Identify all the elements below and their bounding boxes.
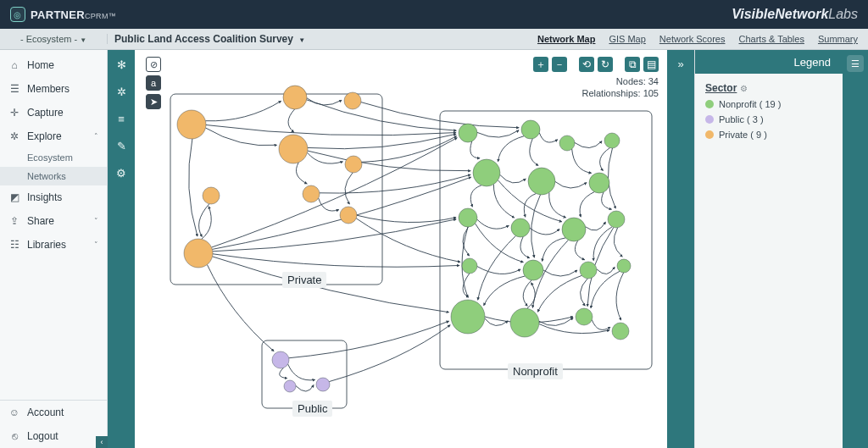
node-private[interactable]	[340, 207, 357, 224]
network-graph[interactable]	[135, 50, 665, 448]
tab-network-map[interactable]: Network Map	[537, 34, 595, 44]
tab-gis-map[interactable]: GIS Map	[609, 34, 645, 44]
recenter-button[interactable]: ⟲	[579, 57, 594, 72]
node-private[interactable]	[177, 110, 206, 139]
node-private[interactable]	[345, 156, 362, 173]
node-nonprofit[interactable]	[608, 211, 625, 228]
node-private[interactable]	[279, 135, 308, 163]
tool-tune-icon[interactable]: ✎	[112, 136, 131, 155]
node-nonprofit[interactable]	[511, 218, 530, 237]
zoom-out-button[interactable]: －	[552, 57, 567, 72]
legend-item[interactable]: Nonprofit ( 19 )	[705, 99, 832, 109]
node-nonprofit[interactable]	[510, 308, 539, 337]
stat-nodes: Nodes: 34	[581, 75, 659, 87]
sidebar-item-capture[interactable]: ✛Capture	[0, 101, 107, 124]
tool-settings-icon[interactable]: ⚙	[112, 163, 131, 182]
chevron-down-icon: ˅	[94, 217, 98, 225]
brand: ◎ PARTNERCPRM™	[10, 7, 116, 22]
logo-icon: ◎	[10, 7, 25, 22]
zoom-in-button[interactable]: ＋	[533, 57, 548, 72]
node-private[interactable]	[344, 92, 361, 109]
legend-item-label: Public ( 3 )	[719, 114, 764, 124]
node-nonprofit[interactable]	[459, 208, 477, 227]
legend-item[interactable]: Private ( 9 )	[705, 130, 832, 140]
node-nonprofit[interactable]	[580, 262, 597, 279]
node-nonprofit[interactable]	[559, 136, 575, 151]
sidebar-item-libraries[interactable]: ☷Libraries˅	[0, 233, 107, 257]
node-nonprofit[interactable]	[521, 120, 540, 139]
sidebar-sub-ecosystem[interactable]: Ecosystem	[0, 148, 107, 167]
node-nonprofit[interactable]	[612, 323, 629, 340]
sidebar-item-account[interactable]: ☺Account	[0, 401, 107, 424]
refresh-button[interactable]: ↻	[598, 57, 613, 72]
capture-icon: ✛	[8, 107, 20, 119]
group-label-private: Private	[282, 272, 326, 288]
network-canvas[interactable]: ⊘ a ➤ ＋ － ⟲ ↻ ⧉ ▤ Nodes: 34 Relationship…	[135, 50, 667, 448]
sidebar-item-share[interactable]: ⇪Share˅	[0, 209, 107, 233]
tool-cursor-icon[interactable]: ➤	[146, 94, 161, 109]
sidebar-item-members[interactable]: ☰Members	[0, 77, 107, 101]
node-private[interactable]	[184, 239, 213, 268]
group-label-public: Public	[292, 401, 332, 417]
tab-summary[interactable]: Summary	[818, 34, 858, 44]
node-nonprofit[interactable]	[528, 168, 555, 195]
node-nonprofit[interactable]	[589, 173, 609, 193]
right-rail-options-icon[interactable]: ☰	[847, 55, 864, 72]
node-nonprofit[interactable]	[459, 124, 477, 142]
tool-rail: ✻ ✲ ≡ ✎ ⚙	[108, 50, 135, 448]
node-public[interactable]	[272, 351, 289, 368]
tool-filter-icon[interactable]: ≡	[112, 109, 131, 128]
node-public[interactable]	[316, 378, 330, 391]
sidebar-sub-networks[interactable]: Networks	[0, 167, 107, 185]
tab-charts-tables[interactable]: Charts & Tables	[738, 34, 804, 44]
chevron-up-icon: ˄	[94, 132, 98, 141]
sidebar-item-explore[interactable]: ✲Explore˄	[0, 124, 107, 148]
legend-panel: Legend Sector ⚙ Nonprofit ( 19 )Public (…	[694, 50, 843, 448]
members-icon: ☰	[8, 83, 20, 95]
legend-rail: »	[667, 50, 694, 448]
top-bar: ◎ PARTNERCPRM™ VisibleNetworkLabs	[0, 0, 868, 29]
node-nonprofit[interactable]	[451, 300, 485, 334]
tool-label-a-icon[interactable]: a	[146, 75, 161, 91]
tab-network-scores[interactable]: Network Scores	[659, 34, 726, 44]
sidebar-collapse[interactable]: ‹	[96, 436, 108, 448]
node-private[interactable]	[203, 187, 220, 204]
canvas-tools: ＋ － ⟲ ↻ ⧉ ▤	[533, 57, 659, 72]
node-nonprofit[interactable]	[576, 308, 593, 325]
node-nonprofit[interactable]	[473, 159, 500, 186]
node-public[interactable]	[284, 380, 296, 392]
legend-item-label: Nonprofit ( 19 )	[719, 99, 781, 109]
screenshot-button[interactable]: ⧉	[625, 57, 640, 72]
sidebar-item-logout[interactable]: ⎋Logout	[0, 424, 107, 448]
mini-tools: ⊘ a ➤	[146, 57, 161, 109]
legend-item-label: Private ( 9 )	[719, 130, 767, 140]
legend-section: Sector	[705, 82, 737, 94]
right-rail: ☰	[843, 50, 868, 448]
node-nonprofit[interactable]	[604, 133, 620, 148]
legend-item[interactable]: Public ( 3 )	[705, 114, 832, 124]
tool-generate-icon[interactable]: ✲	[112, 82, 131, 101]
sidebar-item-home[interactable]: ⌂Home	[0, 53, 107, 77]
node-nonprofit[interactable]	[523, 260, 543, 280]
export-button[interactable]: ▤	[643, 57, 659, 72]
sidebar-item-insights[interactable]: ◩Insights	[0, 185, 107, 209]
node-private[interactable]	[303, 185, 320, 202]
sidebar: ⌂Home ☰Members ✛Capture ✲Explore˄ Ecosys…	[0, 50, 108, 448]
node-nonprofit[interactable]	[462, 258, 477, 274]
legend-collapse-icon[interactable]: »	[672, 55, 689, 72]
home-icon: ⌂	[8, 59, 20, 71]
legend-settings-icon[interactable]: ⚙	[740, 84, 748, 93]
brand-right: VisibleNetworkLabs	[732, 7, 858, 22]
stat-relationships: Relationships: 105	[581, 87, 659, 99]
node-private[interactable]	[283, 86, 307, 109]
tool-connections-icon[interactable]: ✻	[112, 55, 131, 74]
node-nonprofit[interactable]	[617, 259, 631, 273]
legend-dot-icon	[705, 130, 714, 139]
survey-title[interactable]: Public Land Access Coalition Survey ▼	[108, 33, 305, 45]
breadcrumb-bar: - Ecosystem -▼ Public Land Access Coalit…	[0, 29, 868, 50]
legend-dot-icon	[705, 100, 714, 108]
environment-select[interactable]: - Ecosystem -▼	[0, 34, 108, 44]
account-icon: ☺	[8, 407, 20, 418]
tool-disable-icon[interactable]: ⊘	[146, 57, 161, 72]
node-nonprofit[interactable]	[562, 218, 586, 241]
